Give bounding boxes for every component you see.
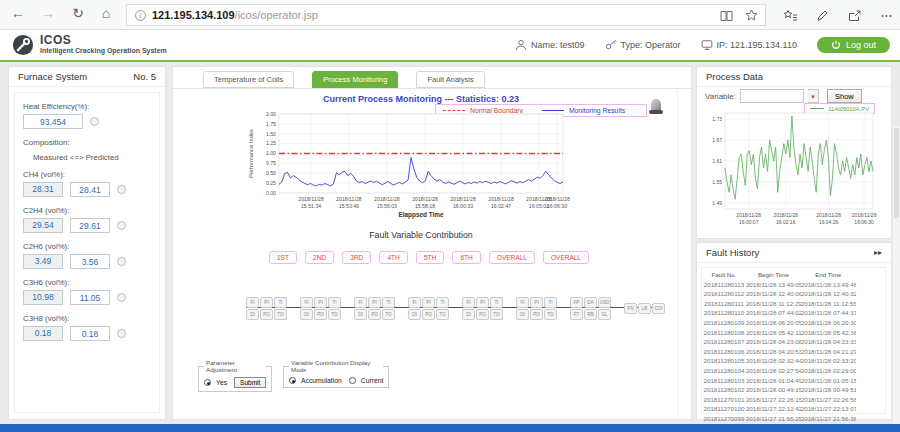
variable-button-pi[interactable]: PI <box>530 297 543 308</box>
site-info-icon[interactable]: i <box>135 10 146 21</box>
reading-view-icon[interactable] <box>719 8 734 23</box>
variable-button-ti[interactable]: TI <box>544 297 557 308</box>
variable-button-fi[interactable]: FI <box>516 297 529 308</box>
variable-button-di[interactable]: DI <box>246 309 259 320</box>
contribution-button-overall-7[interactable]: OVERALL <box>489 251 535 264</box>
variable-button-fi[interactable]: FI <box>408 297 421 308</box>
table-row[interactable]: 2018112701012018/11/27 22:26:152018/11/2… <box>702 395 885 405</box>
predicted-value-input[interactable] <box>70 218 110 233</box>
table-row[interactable]: 2018112801042018/11/28 02:27:542018/11/2… <box>702 366 885 376</box>
table-row[interactable]: 2018112801112018/11/28 11:12:292018/11/2… <box>702 299 885 309</box>
heat-efficiency-input[interactable] <box>23 114 83 129</box>
contribution-button-6th-6[interactable]: 6TH <box>452 251 480 264</box>
favorite-star-icon[interactable] <box>744 8 759 23</box>
table-row[interactable]: 2018112801022018/11/28 00:49:152018/11/2… <box>702 385 885 395</box>
web-note-pen-icon[interactable] <box>815 8 830 23</box>
contribution-button-4th-4[interactable]: 4TH <box>379 251 407 264</box>
variable-button-fi[interactable]: FI <box>246 297 259 308</box>
hub-favorites-icon[interactable] <box>783 8 798 23</box>
variable-button-di[interactable]: DI <box>462 309 475 320</box>
table-row[interactable]: 2018112801092018/11/28 06:20:052018/11/2… <box>702 318 885 328</box>
yes-radio[interactable] <box>204 379 211 386</box>
variable-button-po[interactable]: PO <box>314 309 327 320</box>
page-scrollbar[interactable] <box>893 126 900 432</box>
variable-button-pi[interactable]: PI <box>260 297 273 308</box>
status-circle-icon[interactable] <box>117 329 126 338</box>
variable-button-gl[interactable]: GL <box>598 309 611 320</box>
status-circle-icon[interactable] <box>90 117 99 126</box>
accumulation-radio[interactable] <box>289 377 296 384</box>
contribution-button-5th-5[interactable]: 5TH <box>416 251 444 264</box>
table-row[interactable]: 2018112801082018/11/28 05:42:112018/11/2… <box>702 328 885 338</box>
variable-button-di[interactable]: DI <box>408 309 421 320</box>
predicted-value-input[interactable] <box>70 290 110 305</box>
variable-button-pi[interactable]: PI <box>314 297 327 308</box>
variable-button-fp[interactable]: FP <box>570 297 583 308</box>
predicted-value-input[interactable] <box>70 326 110 341</box>
contribution-button-2nd-2[interactable]: 2ND <box>305 251 334 264</box>
variable-button-po[interactable]: PO <box>476 309 489 320</box>
status-circle-icon[interactable] <box>117 221 126 230</box>
variable-button-ti[interactable]: TI <box>328 297 341 308</box>
variable-button-rb[interactable]: RB <box>584 309 597 320</box>
variable-button-ti[interactable]: TI <box>274 297 287 308</box>
fault-history-more-button[interactable]: ▸▸ <box>874 243 882 262</box>
refresh-icon[interactable]: ↻ <box>68 5 88 21</box>
show-button[interactable]: Show <box>827 89 862 103</box>
predicted-value-input[interactable] <box>70 182 110 197</box>
variable-button-ti[interactable]: TI <box>490 297 503 308</box>
variable-button-po[interactable]: PO <box>530 309 543 320</box>
variable-button-po[interactable]: PO <box>422 309 435 320</box>
table-row[interactable]: 2018112801052018/11/28 02:32:442018/11/2… <box>702 356 885 366</box>
variable-button-ti[interactable]: TI <box>436 297 449 308</box>
variable-button-to[interactable]: TO <box>382 309 395 320</box>
variable-button-pi[interactable]: PI <box>368 297 381 308</box>
address-bar[interactable]: i 121.195.134.109/icos/operator.jsp <box>126 4 766 26</box>
variable-button-usd[interactable]: USD <box>598 297 611 308</box>
table-row[interactable]: 2018112701002018/11/27 22:12:422018/11/2… <box>702 404 885 414</box>
table-row[interactable]: 2018112801102018/11/28 07:44:022018/11/2… <box>702 308 885 318</box>
variable-button-po[interactable]: PO <box>260 309 273 320</box>
variable-button-pi[interactable]: PI <box>422 297 435 308</box>
select-caret-icon[interactable]: ▾ <box>808 89 819 103</box>
status-circle-icon[interactable] <box>117 293 126 302</box>
variable-button-fi[interactable]: FI <box>354 297 367 308</box>
tab-temperature-of-coils[interactable]: Temperature of Coils <box>203 71 294 88</box>
contribution-button-1st-1[interactable]: 1ST <box>269 251 297 264</box>
table-row[interactable]: 2018112801072018/11/28 04:23:082018/11/2… <box>702 337 885 347</box>
contribution-button-overall-8[interactable]: OVERALL <box>543 251 589 264</box>
share-icon[interactable] <box>847 8 862 23</box>
table-row[interactable]: 2018112801032018/11/28 01:04:492018/11/2… <box>702 376 885 386</box>
variable-button-to[interactable]: TO <box>544 309 557 320</box>
forward-icon[interactable]: → <box>38 5 58 21</box>
variable-button-lb[interactable]: LB <box>638 303 651 314</box>
menu-ellipsis-icon[interactable] <box>879 8 894 23</box>
variable-button-to[interactable]: TO <box>274 309 287 320</box>
variable-button-di[interactable]: DI <box>354 309 367 320</box>
variable-button-fi[interactable]: FI <box>300 297 313 308</box>
status-circle-icon[interactable] <box>117 257 126 266</box>
variable-button-pi[interactable]: PI <box>476 297 489 308</box>
submit-button[interactable]: Submit <box>234 377 266 388</box>
table-row[interactable]: 2018112801132018/11/28 13:49:052018/11/2… <box>702 280 885 290</box>
variable-button-fi[interactable]: FI <box>462 297 475 308</box>
table-row[interactable]: 2018112700992018/11/27 21:55:252018/11/2… <box>702 414 885 424</box>
table-row[interactable]: 2018112801062018/11/28 04:20:532018/11/2… <box>702 347 885 357</box>
variable-select[interactable] <box>740 89 804 103</box>
variable-button-coi[interactable]: COI <box>652 303 665 314</box>
variable-button-ft[interactable]: FT <box>570 309 583 320</box>
current-radio[interactable] <box>349 377 356 384</box>
variable-button-da[interactable]: DA <box>584 297 597 308</box>
tab-fault-analysis[interactable]: Fault Analysis <box>416 71 484 88</box>
variable-button-to[interactable]: TO <box>328 309 341 320</box>
variable-button-po[interactable]: PO <box>368 309 381 320</box>
contribution-button-3rd-3[interactable]: 3RD <box>342 251 371 264</box>
variable-button-to[interactable]: TO <box>436 309 449 320</box>
logout-button[interactable]: Log out <box>817 37 890 53</box>
variable-button-di[interactable]: DI <box>516 309 529 320</box>
variable-button-di[interactable]: DI <box>300 309 313 320</box>
tab-process-monitoring[interactable]: Process Monitoring <box>312 71 398 88</box>
variable-button-ti[interactable]: TI <box>382 297 395 308</box>
back-icon[interactable]: ← <box>8 5 28 21</box>
status-circle-icon[interactable] <box>117 185 126 194</box>
